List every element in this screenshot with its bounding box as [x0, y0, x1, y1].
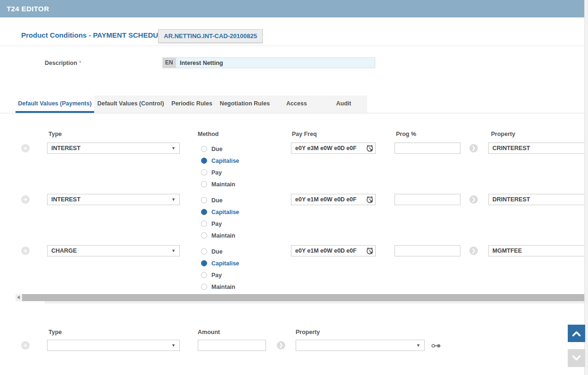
add-row-button[interactable]: + — [21, 341, 30, 350]
prog-pct-input[interactable] — [395, 194, 460, 205]
link-key-icon[interactable] — [431, 343, 441, 349]
radio-circle-icon — [201, 248, 207, 255]
method-radio-group: Due Capitalise Pay Maintain — [201, 194, 239, 241]
radio-label: Maintain — [211, 284, 235, 290]
type-select-value: INTEREST — [51, 196, 81, 203]
property-input[interactable] — [488, 194, 588, 205]
scrollbar-lower-track — [45, 301, 584, 303]
radio-circle-icon — [201, 197, 207, 203]
radio-option-due[interactable]: Due — [201, 246, 239, 257]
radio-option-maintain[interactable]: Maintain — [201, 178, 239, 190]
radio-circle-icon — [201, 158, 207, 164]
radio-circle-icon — [201, 209, 207, 215]
title-separator — [0, 46, 584, 46]
radio-option-maintain[interactable]: Maintain — [201, 230, 239, 241]
chevron-down-icon — [572, 355, 581, 361]
type-select[interactable]: ▼ — [47, 340, 180, 351]
tab-audit[interactable]: Audit — [320, 96, 367, 113]
radio-option-capitalise[interactable]: Capitalise — [201, 155, 239, 167]
radio-option-pay[interactable]: Pay — [201, 269, 239, 281]
radio-label: Due — [211, 146, 223, 152]
column-header-type: Type — [48, 329, 62, 335]
expand-arrow-button[interactable]: ❯ — [469, 144, 478, 152]
charge-row: + ▼ ❯ ▼ — [0, 340, 588, 354]
scrollbar-left-arrow[interactable] — [16, 294, 22, 301]
column-header-pay-freq: Pay Freq — [292, 131, 317, 137]
chevron-right-icon: ❯ — [472, 248, 475, 253]
frequency-clock-icon[interactable] — [366, 144, 374, 152]
scrollbar-thumb[interactable] — [22, 294, 584, 301]
amount-input[interactable] — [198, 340, 266, 351]
add-row-button[interactable]: + — [21, 195, 30, 204]
t24-editor-window: T24 EDITOR Product Conditions - PAYMENT … — [0, 0, 588, 375]
horizontal-scrollbar[interactable] — [16, 294, 584, 301]
pay-freq-field — [291, 245, 376, 256]
tab-bar-underline — [0, 113, 584, 113]
radio-option-capitalise[interactable]: Capitalise — [201, 206, 239, 218]
tab-periodic-rules[interactable]: Periodic Rules — [167, 96, 217, 113]
expand-arrow-button[interactable]: ❯ — [277, 341, 285, 350]
radio-option-due[interactable]: Due — [201, 194, 239, 206]
radio-circle-icon — [201, 232, 207, 239]
expand-arrow-button[interactable]: ❯ — [469, 247, 478, 255]
pay-freq-input[interactable] — [291, 194, 376, 205]
radio-label: Pay — [211, 169, 222, 176]
dropdown-caret-icon: ▼ — [171, 248, 176, 253]
language-prefix: EN — [162, 57, 176, 68]
property-select[interactable]: ▼ — [296, 340, 425, 351]
radio-option-pay[interactable]: Pay — [201, 218, 239, 230]
method-radio-group: Due Capitalise Pay Maintain — [201, 246, 239, 293]
plus-icon: + — [24, 247, 28, 255]
radio-label: Maintain — [211, 232, 235, 239]
radio-option-due[interactable]: Due — [201, 143, 239, 155]
pay-freq-input[interactable] — [291, 143, 376, 154]
description-input[interactable] — [176, 57, 375, 68]
radio-label: Maintain — [211, 181, 235, 188]
chevron-right-icon: ❯ — [279, 343, 283, 348]
plus-icon: + — [24, 341, 28, 349]
tab-default-values-control[interactable]: Default Values (Control) — [94, 96, 167, 113]
prog-pct-input[interactable] — [395, 143, 460, 154]
type-select[interactable]: INTEREST ▼ — [47, 143, 180, 154]
radio-label: Due — [211, 197, 223, 204]
radio-option-maintain[interactable]: Maintain — [201, 281, 239, 293]
chevron-right-icon: ❯ — [472, 197, 475, 202]
radio-option-capitalise[interactable]: Capitalise — [201, 257, 239, 269]
scroll-down-button[interactable] — [568, 349, 585, 367]
radio-circle-icon — [201, 272, 207, 278]
property-input[interactable] — [488, 245, 588, 256]
required-asterisk: * — [79, 60, 81, 66]
radio-label: Due — [211, 248, 223, 255]
add-row-button[interactable]: + — [21, 144, 30, 152]
type-select[interactable]: CHARGE ▼ — [47, 245, 180, 256]
dropdown-caret-icon: ▼ — [171, 197, 176, 202]
method-radio-group: Due Capitalise Pay Maintain — [201, 143, 239, 190]
radio-circle-icon — [201, 181, 207, 187]
expand-arrow-button[interactable]: ❯ — [469, 195, 478, 204]
radio-label: Capitalise — [211, 209, 239, 215]
radio-circle-icon — [201, 284, 207, 290]
type-select[interactable]: INTEREST ▼ — [47, 194, 180, 205]
description-label: Description* — [45, 60, 81, 66]
pay-freq-input[interactable] — [291, 245, 376, 256]
tab-negotiation-rules[interactable]: Negotiation Rules — [217, 96, 273, 113]
dropdown-caret-icon: ▼ — [416, 343, 420, 348]
radio-option-pay[interactable]: Pay — [201, 167, 239, 178]
add-row-button[interactable]: + — [21, 247, 30, 255]
column-header-type: Type — [48, 131, 62, 137]
tab-bar: Default Values (Payments) Default Values… — [16, 96, 367, 113]
tab-default-values-payments[interactable]: Default Values (Payments) — [16, 96, 94, 113]
radio-label: Pay — [211, 221, 222, 227]
frequency-clock-icon[interactable] — [366, 195, 374, 204]
plus-icon: + — [24, 144, 28, 152]
scroll-up-button[interactable] — [568, 325, 585, 342]
property-input[interactable] — [488, 143, 588, 154]
payment-row: + INTEREST ▼ Due Capitalise Pay Maintain… — [0, 143, 588, 194]
radio-circle-icon — [201, 260, 207, 266]
frequency-clock-icon[interactable] — [366, 247, 374, 255]
tab-access[interactable]: Access — [273, 96, 320, 113]
dropdown-caret-icon: ▼ — [171, 343, 176, 348]
prog-pct-input[interactable] — [395, 245, 460, 256]
column-header-property: Property — [296, 329, 320, 335]
radio-label: Pay — [211, 272, 222, 279]
